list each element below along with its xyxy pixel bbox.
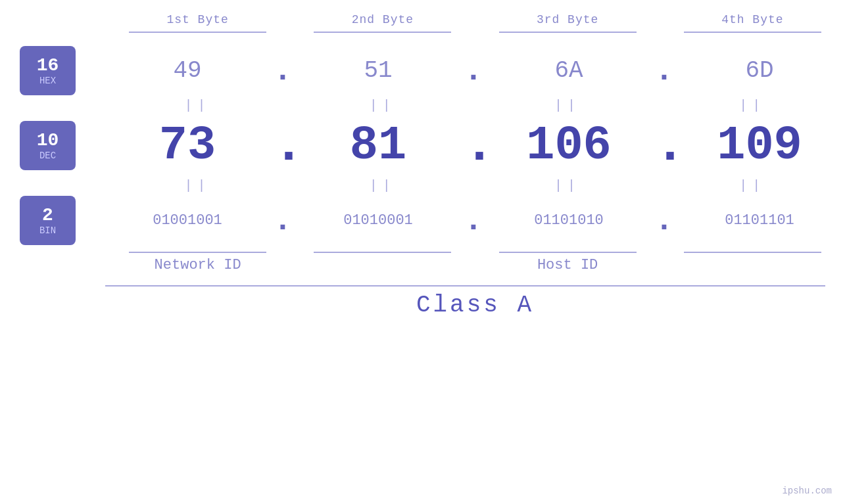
dec-dot-2: . <box>464 116 483 175</box>
dec-val-1: 73 <box>102 119 273 173</box>
byte-headers: 1st Byte 2nd Byte 3rd Byte 4th Byte <box>0 13 845 26</box>
hex-val-3: 6A <box>483 57 654 84</box>
hex-dot-3: . <box>654 53 674 89</box>
bracket-seg-1 <box>105 32 290 33</box>
class-bar-container <box>0 285 845 286</box>
eq-1-2: || <box>290 98 475 113</box>
hex-dot-2: . <box>464 53 483 89</box>
byte2-header: 2nd Byte <box>290 13 475 26</box>
bin-badge-number: 2 <box>42 205 53 225</box>
dec-badge-number: 10 <box>37 130 59 150</box>
dec-values: 73 . 81 . 106 . 109 <box>102 116 845 175</box>
byte3-header: 3rd Byte <box>475 13 660 26</box>
hex-dot-1: . <box>273 53 293 89</box>
class-bar <box>105 285 825 286</box>
bin-dot-3: . <box>654 203 674 239</box>
bin-badge: 2 BIN <box>20 196 76 245</box>
bracket-seg-3 <box>475 32 660 33</box>
hex-val-1: 49 <box>102 57 273 84</box>
bin-badge-label: BIN <box>39 225 56 236</box>
eq-1-4: || <box>660 98 845 113</box>
dec-val-2: 81 <box>293 119 464 173</box>
dec-row: 10 DEC 73 . 81 . 106 . 109 <box>0 116 845 175</box>
bot-bracket-seg-3 <box>475 252 660 253</box>
dec-val-3: 106 <box>483 119 654 173</box>
equals-row-2: || || || || <box>0 178 845 193</box>
bracket-seg-2 <box>290 32 475 33</box>
bracket-bar-4 <box>684 32 821 33</box>
eq-2-4: || <box>660 178 845 193</box>
eq-2-2: || <box>290 178 475 193</box>
bin-row: 2 BIN 01001001 . 01010001 . 01101010 . 0… <box>0 196 845 245</box>
network-id-label: Network ID <box>105 257 290 273</box>
bottom-bracket <box>0 252 845 253</box>
bracket-bar-3 <box>499 32 637 33</box>
eq-2-3: || <box>475 178 660 193</box>
bin-val-3: 01101010 <box>483 212 654 229</box>
top-bracket <box>0 32 845 33</box>
main-container: 1st Byte 2nd Byte 3rd Byte 4th Byte 16 H… <box>0 0 845 504</box>
hex-row: 16 HEX 49 . 51 . 6A . 6D <box>0 46 845 95</box>
hex-val-2: 51 <box>293 57 464 84</box>
bot-bracket-seg-1 <box>105 252 290 253</box>
bot-bar-3 <box>499 252 637 253</box>
id-labels: Network ID Host ID <box>0 257 845 273</box>
dec-dot-3: . <box>654 116 674 175</box>
host-id-label: Host ID <box>290 257 845 273</box>
bin-val-2: 01010001 <box>293 212 464 229</box>
bracket-bar-1 <box>129 32 266 33</box>
hex-badge-label: HEX <box>39 76 56 86</box>
eq-1-3: || <box>475 98 660 113</box>
bot-bar-2 <box>314 252 451 253</box>
byte1-header: 1st Byte <box>105 13 290 26</box>
bot-bracket-seg-2 <box>290 252 475 253</box>
eq-1-1: || <box>105 98 290 113</box>
bot-bracket-seg-4 <box>660 252 845 253</box>
bin-val-1: 01001001 <box>102 212 273 229</box>
bot-bar-1 <box>129 252 266 253</box>
hex-badge: 16 HEX <box>20 46 76 95</box>
hex-badge-number: 16 <box>37 55 59 76</box>
bracket-seg-4 <box>660 32 845 33</box>
class-label: Class A <box>416 292 534 319</box>
eq-2-1: || <box>105 178 290 193</box>
bin-dot-1: . <box>273 203 293 239</box>
equals-row-1: || || || || <box>0 98 845 113</box>
byte4-header: 4th Byte <box>660 13 845 26</box>
dec-val-4: 109 <box>674 119 845 173</box>
hex-val-4: 6D <box>674 57 845 84</box>
bin-values: 01001001 . 01010001 . 01101010 . 0110110… <box>102 203 845 239</box>
hex-values: 49 . 51 . 6A . 6D <box>102 53 845 89</box>
dec-badge: 10 DEC <box>20 121 76 170</box>
bot-bar-4 <box>684 252 821 253</box>
bin-val-4: 01101101 <box>674 212 845 229</box>
bracket-bar-2 <box>314 32 451 33</box>
dec-badge-label: DEC <box>39 150 56 161</box>
bin-dot-2: . <box>464 203 483 239</box>
watermark: ipshu.com <box>782 486 832 496</box>
dec-dot-1: . <box>273 116 293 175</box>
class-label-row: Class A <box>0 292 845 319</box>
